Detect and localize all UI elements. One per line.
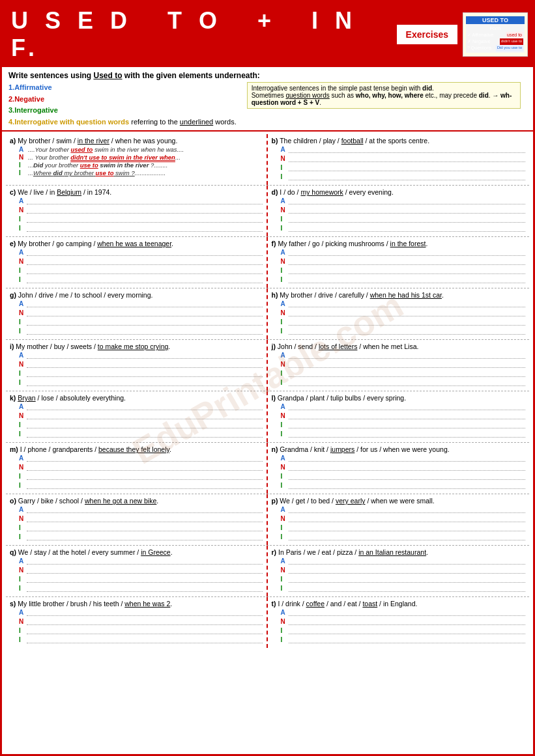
label-I1: I xyxy=(19,161,27,169)
page-title: U S E D T O + I N F. xyxy=(5,7,397,62)
exercise-h: h) My brother / drive / carefully / when… xyxy=(268,288,530,339)
label-I2: I xyxy=(19,169,27,176)
exercise-j: j) John / send / lots of letters / when … xyxy=(268,340,530,391)
exercise-row-ab: a) My brother / swim / in the river / wh… xyxy=(6,134,529,186)
exercise-c: c) We / live / in Belgium / in 1974. A N… xyxy=(6,186,268,236)
page: U S E D T O + I N F. Exercises USED TO F… xyxy=(0,0,535,756)
exercise-row-op: o) Garry / bike / school / when he got a… xyxy=(6,494,529,546)
exercise-row-ef: e) My brother / go camping / when he was… xyxy=(6,237,529,288)
exercise-m: m) I / phone / grandparents / because th… xyxy=(6,443,268,494)
exercise-row-cd: c) We / live / in Belgium / in 1974. A N… xyxy=(6,186,529,237)
instructions-list: 1.Affirmative 2.Negative 3.Interrogative… xyxy=(8,82,237,128)
exercise-area: a) My brother / swim / in the river / wh… xyxy=(2,132,533,651)
exercise-l: l) Grandpa / plant / tulip bulbs / every… xyxy=(268,391,530,442)
exercise-row-qr: q) We / stay / at the hotel / every summ… xyxy=(6,546,529,597)
label-interrogative-wh: 4.Interrogative with question words xyxy=(8,118,129,126)
used-to-chart: USED TO Form ✓ Affirmativeused to ✗ Nega… xyxy=(463,12,528,57)
answer-row-a-A: A ....Your brother used to swim in the r… xyxy=(19,146,263,153)
exercise-k: k) Bryan / lose / absolutely everything.… xyxy=(6,391,268,442)
label-A: A xyxy=(19,146,27,153)
exercise-b-answers: A N I I xyxy=(281,146,526,180)
example-negative: ... Your brother didn't use to swim in t… xyxy=(27,154,263,161)
exercise-n: n) Grandma / knit / jumpers / for us / w… xyxy=(268,443,530,494)
exercise-row-kl: k) Bryan / lose / absolutely everything.… xyxy=(6,391,529,443)
exercise-row-gh: g) John / drive / me / to school / every… xyxy=(6,288,529,340)
answer-row-a-I1: I ...Did your brother use to swim in the… xyxy=(19,161,263,169)
exercise-row-ij: i) My mother / buy / sweets / to make me… xyxy=(6,340,529,391)
example-interrogative-wh: ...Where did my brother use to swim ?...… xyxy=(27,169,263,176)
answer-row-a-N: N ... Your brother didn't use to swim in… xyxy=(19,154,263,161)
exercise-d: d) I / do / my homework / every evening.… xyxy=(268,186,530,236)
exercise-row-mn: m) I / phone / grandparents / because th… xyxy=(6,443,529,494)
label-affirmative: 1.Affirmative xyxy=(8,83,52,91)
exercise-t: t) I / drink / coffee / and / eat / toas… xyxy=(268,597,530,648)
exercise-a: a) My brother / swim / in the river / wh… xyxy=(6,134,268,185)
exercise-row-st: s) My little brother / brush / his teeth… xyxy=(6,597,529,648)
exercise-g: g) John / drive / me / to school / every… xyxy=(6,288,268,339)
exercise-q: q) We / stay / at the hotel / every summ… xyxy=(6,546,268,596)
answer-row-a-I2: I ...Where did my brother use to swim ?.… xyxy=(19,169,263,176)
exercise-p: p) We / get / to bed / very early / when… xyxy=(268,494,530,545)
exercise-f: f) My father / go / picking mushrooms / … xyxy=(268,237,530,288)
exercise-a-question: a) My brother / swim / in the river / wh… xyxy=(10,137,263,145)
label-interrogative: 3.Interrogative xyxy=(8,106,58,114)
exercise-r: r) In Paris / we / eat / pizza / in an I… xyxy=(268,546,530,596)
label-N: N xyxy=(19,154,27,161)
note-box: Interrogative sentences in the simple pa… xyxy=(247,82,521,109)
label-negative: 2.Negative xyxy=(8,95,44,103)
exercise-e: e) My brother / go camping / when he was… xyxy=(6,237,268,288)
exercise-b: b) The children / play / football / at t… xyxy=(268,134,530,185)
exercise-b-question: b) The children / play / football / at t… xyxy=(272,137,526,145)
exercise-a-answers: A ....Your brother used to swim in the r… xyxy=(19,146,263,176)
example-interrogative: ...Did your brother use to swim in the r… xyxy=(27,161,263,169)
example-affirmative: ....Your brother used to swim in the riv… xyxy=(27,146,263,153)
exercise-s: s) My little brother / brush / his teeth… xyxy=(6,597,268,648)
exercises-badge: Exercises xyxy=(397,25,457,44)
header: U S E D T O + I N F. Exercises USED TO F… xyxy=(2,2,533,67)
exercise-o: o) Garry / bike / school / when he got a… xyxy=(6,494,268,545)
instructions-title: Write sentences using Used to with the g… xyxy=(8,71,527,80)
instructions-section: Write sentences using Used to with the g… xyxy=(2,67,533,132)
exercise-i: i) My mother / buy / sweets / to make me… xyxy=(6,340,268,391)
